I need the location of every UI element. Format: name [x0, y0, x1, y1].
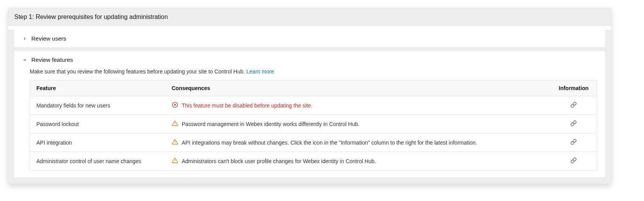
consequence-text: Password management in Webex identity wo…	[182, 121, 360, 127]
info-link-icon[interactable]	[570, 157, 577, 164]
chevron-down-icon	[22, 57, 27, 63]
accordion-content-review-features: Make sure that you review the following …	[14, 68, 605, 177]
consequence-text: Administrators can't block user profile …	[182, 158, 376, 164]
accordion-header-review-features[interactable]: Review features	[14, 51, 605, 68]
warning-icon	[172, 120, 178, 128]
warning-icon	[172, 157, 178, 165]
col-header-feature: Feature	[30, 80, 166, 96]
feature-cell: Mandatory fields for new users	[30, 96, 166, 115]
chevron-right-icon	[22, 36, 27, 41]
information-cell	[551, 133, 597, 152]
feature-cell: API integration	[30, 133, 166, 152]
col-header-consequences: Consequences	[166, 80, 551, 96]
panel-title: Step 1: Review prerequisites for updatin…	[8, 8, 611, 26]
information-cell	[551, 115, 597, 133]
info-link-icon[interactable]	[570, 120, 577, 126]
table-row: Mandatory fields for new usersThis featu…	[30, 96, 597, 115]
step-panel: Step 1: Review prerequisites for updatin…	[8, 8, 611, 184]
consequence-text: API integrations may break without chang…	[182, 140, 477, 146]
table-row: Administrator control of user name chang…	[30, 152, 597, 170]
info-link-icon[interactable]	[570, 102, 577, 108]
feature-cell: Administrator control of user name chang…	[30, 152, 166, 170]
accordion-review-features: Review features Make sure that you revie…	[14, 51, 605, 177]
learn-more-link[interactable]: Learn more	[247, 68, 274, 75]
table-row: Password lockoutPassword management in W…	[30, 115, 597, 133]
consequence-cell: Administrators can't block user profile …	[166, 152, 551, 170]
intro-text-content: Make sure that you review the following …	[30, 68, 247, 75]
information-cell	[551, 96, 597, 115]
table-row: API integrationAPI integrations may brea…	[30, 133, 597, 152]
consequence-cell: API integrations may break without chang…	[166, 133, 551, 152]
error-icon	[172, 102, 178, 109]
accordion-title: Review users	[31, 35, 66, 42]
consequence-text: This feature must be disabled before upd…	[182, 102, 313, 109]
accordion-title: Review features	[31, 56, 73, 63]
features-table: Feature Consequences Information Mandato…	[30, 80, 597, 170]
consequence-cell: Password management in Webex identity wo…	[166, 115, 551, 133]
info-link-icon[interactable]	[570, 139, 577, 145]
intro-text: Make sure that you review the following …	[30, 68, 597, 75]
accordion-header-review-users[interactable]: Review users	[14, 30, 605, 47]
col-header-information: Information	[551, 80, 597, 96]
panel-body: Review users Review features Make sure t…	[8, 30, 611, 184]
accordion-review-users: Review users	[14, 30, 605, 47]
table-header-row: Feature Consequences Information	[30, 80, 597, 96]
consequence-cell: This feature must be disabled before upd…	[166, 96, 551, 115]
information-cell	[551, 152, 597, 170]
feature-cell: Password lockout	[30, 115, 166, 133]
warning-icon	[172, 139, 178, 146]
